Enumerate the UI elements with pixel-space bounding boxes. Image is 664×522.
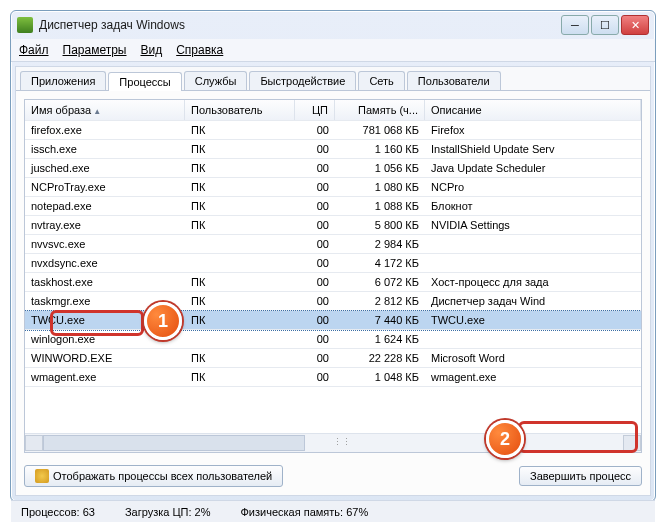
cell-user: ПК (185, 215, 295, 235)
menu-file[interactable]: Файл (19, 43, 49, 57)
cell-mem: 1 056 КБ (335, 158, 425, 178)
cell-user: ПК (185, 177, 295, 197)
table-row[interactable]: jusched.exeПК001 056 КБJava Update Sched… (25, 159, 641, 178)
cell-name: taskhost.exe (25, 272, 185, 292)
cell-desc: NCPro (425, 177, 641, 197)
cell-mem: 781 068 КБ (335, 121, 425, 140)
col-cpu[interactable]: ЦП (295, 100, 335, 120)
col-memory[interactable]: Память (ч... (335, 100, 425, 120)
cell-cpu: 00 (295, 196, 335, 216)
cell-desc: Firefox (425, 121, 641, 140)
statusbar: Процессов: 63 Загрузка ЦП: 2% Физическая… (11, 500, 655, 522)
col-user[interactable]: Пользователь (185, 100, 295, 120)
cell-mem: 2 812 КБ (335, 291, 425, 311)
task-manager-window: Диспетчер задач Windows ─ ☐ ✕ Файл Парам… (10, 10, 656, 502)
cell-cpu: 00 (295, 310, 335, 330)
cell-desc: TWCU.exe (425, 310, 641, 330)
table-row[interactable]: nvtray.exeПК005 800 КБNVIDIA Settings (25, 216, 641, 235)
cell-mem: 2 984 КБ (335, 234, 425, 254)
horizontal-scrollbar[interactable]: ⋮⋮ (25, 433, 641, 452)
menubar: Файл Параметры Вид Справка (11, 39, 655, 62)
cell-name: nvtray.exe (25, 215, 185, 235)
titlebar[interactable]: Диспетчер задач Windows ─ ☐ ✕ (11, 11, 655, 39)
scrollbar-thumb[interactable] (43, 435, 305, 451)
table-row[interactable]: TWCU.exeПК007 440 КБTWCU.exe (25, 311, 641, 330)
status-process-count: Процессов: 63 (21, 506, 95, 518)
cell-desc: Microsoft Word (425, 348, 641, 368)
tab-2[interactable]: Службы (184, 71, 248, 90)
tab-1[interactable]: Процессы (108, 72, 181, 91)
maximize-button[interactable]: ☐ (591, 15, 619, 35)
status-cpu-load: Загрузка ЦП: 2% (125, 506, 211, 518)
scrollbar-grip-icon: ⋮⋮ (333, 437, 341, 445)
show-all-users-button[interactable]: Отображать процессы всех пользователей (24, 465, 283, 487)
table-row[interactable]: taskmgr.exeПК002 812 КБДиспетчер задач W… (25, 292, 641, 311)
cell-desc: NVIDIA Settings (425, 215, 641, 235)
cell-name: WINWORD.EXE (25, 348, 185, 368)
cell-desc (425, 259, 641, 267)
cell-cpu: 00 (295, 234, 335, 254)
col-image-name[interactable]: Имя образа▲ (25, 100, 185, 120)
table-header: Имя образа▲ Пользователь ЦП Память (ч...… (25, 100, 641, 121)
cell-mem: 5 800 КБ (335, 215, 425, 235)
cell-desc: Блокнот (425, 196, 641, 216)
cell-cpu: 00 (295, 348, 335, 368)
cell-name: notepad.exe (25, 196, 185, 216)
app-icon (17, 17, 33, 33)
cell-desc: wmagent.exe (425, 367, 641, 387)
table-row[interactable]: NCProTray.exeПК001 080 КБNCPro (25, 178, 641, 197)
cell-cpu: 00 (295, 329, 335, 349)
table-row[interactable]: notepad.exeПК001 088 КББлокнот (25, 197, 641, 216)
cell-name: wmagent.exe (25, 367, 185, 387)
end-process-button[interactable]: Завершить процесс (519, 466, 642, 486)
table-row[interactable]: WINWORD.EXEПК0022 228 КБMicrosoft Word (25, 349, 641, 368)
annotation-marker-1: 1 (144, 302, 182, 340)
cell-mem: 4 172 КБ (335, 253, 425, 273)
cell-desc: Java Update Scheduler (425, 158, 641, 178)
cell-cpu: 00 (295, 253, 335, 273)
cell-cpu: 00 (295, 158, 335, 178)
cell-user: ПК (185, 310, 295, 330)
show-all-users-label: Отображать процессы всех пользователей (53, 470, 272, 482)
cell-name: issch.exe (25, 139, 185, 159)
cell-desc: InstallShield Update Serv (425, 139, 641, 159)
tab-4[interactable]: Сеть (358, 71, 404, 90)
cell-user (185, 259, 295, 267)
sort-asc-icon: ▲ (93, 107, 101, 116)
cell-desc (425, 240, 641, 248)
menu-help[interactable]: Справка (176, 43, 223, 57)
cell-name: NCProTray.exe (25, 177, 185, 197)
cell-user (185, 335, 295, 343)
cell-mem: 1 048 КБ (335, 367, 425, 387)
tab-3[interactable]: Быстродействие (249, 71, 356, 90)
cell-user: ПК (185, 139, 295, 159)
table-row[interactable]: taskhost.exeПК006 072 КБХост-процесс для… (25, 273, 641, 292)
cell-cpu: 00 (295, 177, 335, 197)
col-description[interactable]: Описание (425, 100, 641, 120)
table-row[interactable]: firefox.exeПК00781 068 КБFirefox (25, 121, 641, 140)
table-row[interactable]: issch.exeПК001 160 КБInstallShield Updat… (25, 140, 641, 159)
tab-5[interactable]: Пользователи (407, 71, 501, 90)
cell-name: nvvsvc.exe (25, 234, 185, 254)
close-button[interactable]: ✕ (621, 15, 649, 35)
cell-name: nvxdsync.exe (25, 253, 185, 273)
cell-user: ПК (185, 291, 295, 311)
cell-user: ПК (185, 348, 295, 368)
table-row[interactable]: nvxdsync.exe004 172 КБ (25, 254, 641, 273)
cell-mem: 1 080 КБ (335, 177, 425, 197)
menu-view[interactable]: Вид (140, 43, 162, 57)
cell-user: ПК (185, 121, 295, 140)
tab-strip: ПриложенияПроцессыСлужбыБыстродействиеСе… (16, 67, 650, 91)
minimize-button[interactable]: ─ (561, 15, 589, 35)
cell-user: ПК (185, 196, 295, 216)
cell-desc: Диспетчер задач Wind (425, 291, 641, 311)
cell-cpu: 00 (295, 367, 335, 387)
cell-cpu: 00 (295, 291, 335, 311)
status-memory: Физическая память: 67% (240, 506, 368, 518)
tab-0[interactable]: Приложения (20, 71, 106, 90)
table-row[interactable]: nvvsvc.exe002 984 КБ (25, 235, 641, 254)
menu-options[interactable]: Параметры (63, 43, 127, 57)
cell-mem: 6 072 КБ (335, 272, 425, 292)
table-row[interactable]: winlogon.exe001 624 КБ (25, 330, 641, 349)
table-row[interactable]: wmagent.exeПК001 048 КБwmagent.exe (25, 368, 641, 387)
